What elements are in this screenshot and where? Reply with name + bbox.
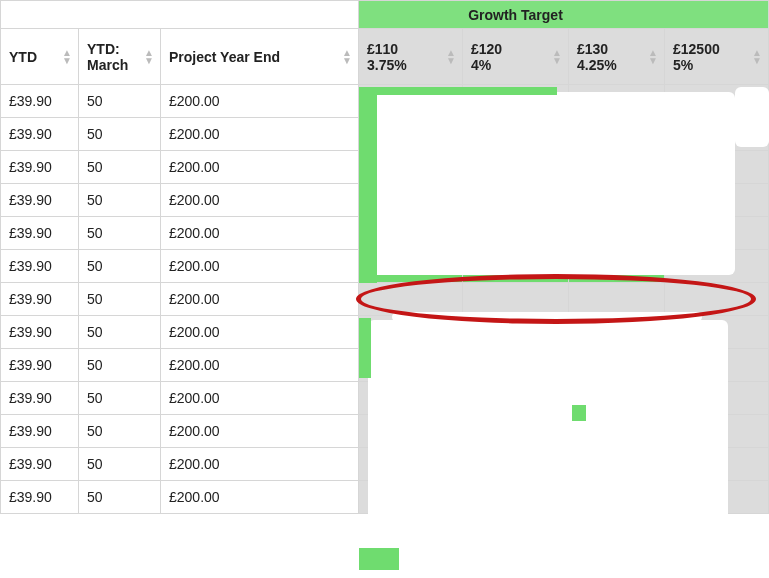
sort-icon[interactable]: ▲▼ <box>62 49 72 65</box>
cell-ytd: £39.90 <box>1 283 79 316</box>
annotation-whiteout <box>392 312 702 322</box>
cell-ytd-march: 50 <box>79 448 161 481</box>
col-growth-120[interactable]: £120 4% ▲▼ <box>463 29 569 85</box>
cell-ytd: £39.90 <box>1 85 79 118</box>
growth-target-header <box>569 1 665 29</box>
col-amount: £110 <box>367 41 454 57</box>
cell-ytd: £39.90 <box>1 415 79 448</box>
col-pct: 4.25% <box>577 57 656 73</box>
sort-icon[interactable]: ▲▼ <box>752 49 762 65</box>
cell-ytd: £39.90 <box>1 217 79 250</box>
cell-ytd-march: 50 <box>79 481 161 514</box>
cell-project-year-end: £200.00 <box>161 85 359 118</box>
sort-icon[interactable]: ▲▼ <box>144 49 154 65</box>
cell-project-year-end: £200.00 <box>161 349 359 382</box>
super-header-empty <box>161 1 359 29</box>
cell-ytd-march: 50 <box>79 283 161 316</box>
column-header-row: YTD ▲▼ YTD: March ▲▼ Project Year End ▲▼… <box>1 29 769 85</box>
cell-ytd-march: 50 <box>79 316 161 349</box>
table-row: £39.9050£200.00 <box>1 283 769 316</box>
cell-project-year-end: £200.00 <box>161 283 359 316</box>
cell-ytd: £39.90 <box>1 118 79 151</box>
col-pct: 3.75% <box>367 57 454 73</box>
super-header-empty <box>1 1 79 29</box>
cell-project-year-end: £200.00 <box>161 217 359 250</box>
col-growth-130[interactable]: £130 4.25% ▲▼ <box>569 29 665 85</box>
growth-target-header <box>359 1 463 29</box>
cell-ytd: £39.90 <box>1 349 79 382</box>
col-ytd-march[interactable]: YTD: March ▲▼ <box>79 29 161 85</box>
cell-ytd: £39.90 <box>1 481 79 514</box>
col-project-year-end[interactable]: Project Year End ▲▼ <box>161 29 359 85</box>
sort-icon[interactable]: ▲▼ <box>342 49 352 65</box>
super-header-empty <box>79 1 161 29</box>
annotation-green-stripe <box>377 87 557 95</box>
annotation-green-stripe <box>359 318 371 378</box>
col-amount: £12500 <box>673 41 760 57</box>
cell-ytd-march: 50 <box>79 118 161 151</box>
annotation-whiteout <box>735 87 769 147</box>
cell-ytd: £39.90 <box>1 184 79 217</box>
cell-ytd-march: 50 <box>79 217 161 250</box>
col-amount: £130 <box>577 41 656 57</box>
cell-project-year-end: £200.00 <box>161 415 359 448</box>
col-pct: 5% <box>673 57 760 73</box>
growth-target-header: Growth Target <box>463 1 569 29</box>
cell-growth-130 <box>569 283 665 316</box>
sort-icon[interactable]: ▲▼ <box>648 49 658 65</box>
cell-ytd-march: 50 <box>79 415 161 448</box>
sort-icon[interactable]: ▲▼ <box>552 49 562 65</box>
annotation-green-stripe <box>572 405 586 421</box>
col-label: YTD: March <box>87 41 128 73</box>
cell-ytd: £39.90 <box>1 448 79 481</box>
cell-ytd-march: 50 <box>79 85 161 118</box>
cell-project-year-end: £200.00 <box>161 448 359 481</box>
col-pct: 4% <box>471 57 560 73</box>
growth-target-header <box>665 1 769 29</box>
cell-project-year-end: £200.00 <box>161 151 359 184</box>
cell-project-year-end: £200.00 <box>161 316 359 349</box>
annotation-green-stripe <box>359 87 377 283</box>
cell-ytd: £39.90 <box>1 250 79 283</box>
cell-project-year-end: £200.00 <box>161 250 359 283</box>
col-ytd[interactable]: YTD ▲▼ <box>1 29 79 85</box>
cell-ytd-march: 50 <box>79 382 161 415</box>
cell-growth-120 <box>463 283 569 316</box>
annotation-whiteout <box>370 92 735 275</box>
cell-ytd: £39.90 <box>1 382 79 415</box>
cell-project-year-end: £200.00 <box>161 382 359 415</box>
cell-ytd: £39.90 <box>1 316 79 349</box>
cell-ytd-march: 50 <box>79 151 161 184</box>
col-growth-110[interactable]: £110 3.75% ▲▼ <box>359 29 463 85</box>
cell-project-year-end: £200.00 <box>161 481 359 514</box>
annotation-whiteout <box>368 320 728 570</box>
cell-ytd: £39.90 <box>1 151 79 184</box>
cell-project-year-end: £200.00 <box>161 118 359 151</box>
col-label: YTD <box>9 49 37 65</box>
col-amount: £120 <box>471 41 560 57</box>
cell-ytd-march: 50 <box>79 349 161 382</box>
cell-growth-12500 <box>665 283 769 316</box>
cell-ytd-march: 50 <box>79 184 161 217</box>
growth-target-label: Growth Target <box>468 7 563 23</box>
cell-project-year-end: £200.00 <box>161 184 359 217</box>
cell-ytd-march: 50 <box>79 250 161 283</box>
annotation-green-stripe <box>359 548 399 570</box>
col-growth-12500[interactable]: £12500 5% ▲▼ <box>665 29 769 85</box>
super-header-row: Growth Target <box>1 1 769 29</box>
sort-icon[interactable]: ▲▼ <box>446 49 456 65</box>
col-label: Project Year End <box>169 49 280 65</box>
cell-growth-110 <box>359 283 463 316</box>
